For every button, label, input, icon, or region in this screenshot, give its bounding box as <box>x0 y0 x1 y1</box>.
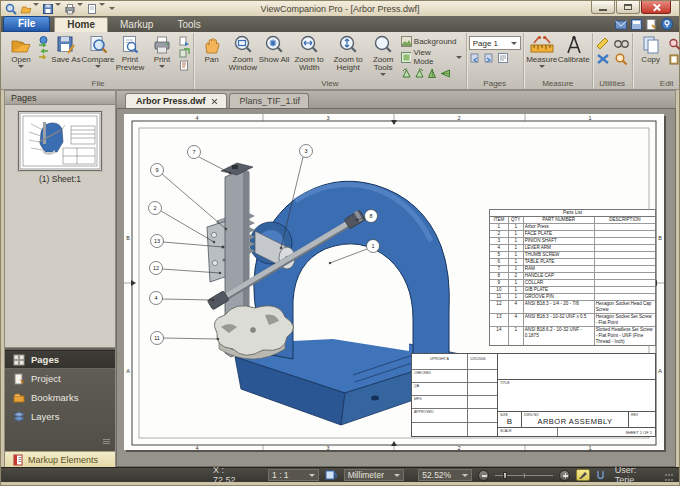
window-layout-icon[interactable] <box>631 19 642 30</box>
previous-file-icon[interactable] <box>38 36 49 47</box>
save-as-button[interactable]: Save As <box>50 34 82 64</box>
snap-icon[interactable] <box>596 470 605 480</box>
sidebar: Pages <box>4 90 116 467</box>
resize-grip[interactable] <box>665 474 673 482</box>
find-tool-icon[interactable] <box>614 38 629 50</box>
rotate-left-icon[interactable] <box>401 68 412 79</box>
parts-list-row: 111GROOVE PIN <box>490 294 655 301</box>
markup-pen-button[interactable] <box>576 469 590 481</box>
drawing-canvas[interactable]: 4321 4321 BA BA <box>116 108 676 467</box>
convert-file-icon[interactable] <box>179 36 190 47</box>
parts-list-cell <box>595 294 655 301</box>
sidebar-item-bookmarks[interactable]: Bookmarks <box>5 388 115 407</box>
sidebar-item-layers[interactable]: Layers <box>5 407 115 426</box>
magnifier-tool-icon[interactable] <box>614 53 629 65</box>
tab-home[interactable]: Home <box>54 17 108 32</box>
qat-customize-button[interactable] <box>109 7 115 10</box>
zoom-slider-thumb[interactable] <box>503 472 507 479</box>
zoom-out-button[interactable] <box>478 470 489 481</box>
title-bar[interactable]: ViewCompanion Pro - [Arbor Press.dwf] <box>1 1 679 16</box>
sidebar-item-label: Layers <box>31 411 60 422</box>
next-file-icon[interactable] <box>38 48 49 59</box>
parts-list-cell: 9 <box>490 280 509 287</box>
doc-tab-plans-tif[interactable]: Plans_TIF_1.tif <box>229 93 310 108</box>
parts-list-cell: PINION SHAFT <box>524 238 595 245</box>
pages-group-label: Pages <box>469 79 521 89</box>
status-bar: X : 72.52 1 : 1 Millimeter 52.52% User: … <box>1 467 679 482</box>
zoom-to-width-button[interactable]: Zoom to Width <box>290 34 329 72</box>
calibrate-button[interactable]: Calibrate <box>558 34 590 64</box>
balloon: 4 <box>150 292 214 305</box>
pan-button[interactable]: Pan <box>196 34 227 64</box>
paste-icon[interactable] <box>668 53 680 65</box>
maximize-button[interactable] <box>616 1 640 14</box>
tab-file[interactable]: File <box>3 16 50 32</box>
panel-collapse-handle[interactable] <box>101 435 111 447</box>
view-group-label: View <box>196 79 464 89</box>
select-zoom-icon[interactable] <box>668 38 680 50</box>
preview-quick-button[interactable] <box>86 3 105 15</box>
sheet-value: SHEET 1 OF 1 <box>558 428 655 436</box>
flip-horizontal-icon[interactable] <box>427 68 438 79</box>
show-all-button[interactable]: Show All <box>258 34 289 64</box>
measure-button[interactable]: Measure <box>526 34 558 68</box>
page-thumbnail[interactable] <box>18 111 102 171</box>
next-page-icon[interactable] <box>483 52 495 64</box>
doc-tab-close-icon[interactable] <box>211 98 218 105</box>
send-mail-icon[interactable] <box>615 19 627 30</box>
view-mode-dropdown[interactable]: View Mode <box>401 48 462 66</box>
app-icon[interactable] <box>5 3 17 15</box>
close-button[interactable] <box>641 1 671 14</box>
open-button[interactable]: Open <box>5 34 37 68</box>
print-button[interactable]: Print <box>146 34 178 68</box>
markup-elements-tab[interactable]: Markup Elements <box>5 451 115 467</box>
page-select-dropdown[interactable]: Page 1 <box>469 36 521 50</box>
parts-list-cell: 1 <box>490 224 509 231</box>
export-file-icon[interactable] <box>179 48 190 59</box>
scale-dropdown[interactable]: 1 : 1 <box>268 469 319 481</box>
flip-vertical-icon[interactable] <box>440 68 451 79</box>
previous-page-icon[interactable] <box>469 52 481 64</box>
tab-tools[interactable]: Tools <box>165 18 212 32</box>
orientation-icon[interactable] <box>325 469 338 481</box>
print-preview-button[interactable]: Print Preview <box>114 34 146 72</box>
zoom-in-button[interactable] <box>559 470 570 481</box>
save-quick-button[interactable] <box>42 3 61 15</box>
ribbon: Open Save As Compare Print Preview <box>1 32 679 90</box>
options-icon[interactable] <box>646 19 657 30</box>
svg-text:A: A <box>658 368 662 374</box>
doc-tab-arbor-press[interactable]: Arbor Press.dwf <box>125 93 227 108</box>
zoom-slider[interactable] <box>495 470 554 481</box>
parts-list-cell: 13 <box>490 314 509 327</box>
symbols-tool-icon[interactable] <box>596 53 610 65</box>
zoom-dropdown[interactable]: 52.52% <box>418 469 472 481</box>
zoom-to-height-button[interactable]: Zoom to Height <box>329 34 368 72</box>
sidebar-item-pages[interactable]: Pages <box>5 350 115 369</box>
units-dropdown[interactable]: Millimeter <box>344 469 405 481</box>
svg-text:1: 1 <box>371 243 374 249</box>
sidebar-item-project[interactable]: Project <box>5 369 115 388</box>
parts-list-cell: RAM <box>524 266 595 273</box>
page-setup-icon[interactable] <box>497 52 509 64</box>
tab-markup[interactable]: Markup <box>108 18 165 32</box>
zoom-tools-button[interactable]: Zoom Tools <box>368 34 399 76</box>
print-quick-button[interactable] <box>64 3 83 15</box>
print-preview-icon <box>120 35 140 55</box>
stamp-tool-icon[interactable] <box>596 38 610 50</box>
minimize-button[interactable] <box>591 1 615 14</box>
open-quick-button[interactable] <box>20 3 39 15</box>
copy-button[interactable]: Copy <box>635 34 667 64</box>
drawing-sheet[interactable]: 4321 4321 BA BA <box>124 114 664 450</box>
file-properties-icon[interactable] <box>179 60 190 71</box>
parts-list-cell: GROOVE PIN <box>524 294 595 301</box>
thumbnail-caption: (1) Sheet:1 <box>39 174 81 184</box>
parts-list-cell: 1 <box>509 287 524 294</box>
parts-list-cell <box>595 252 655 259</box>
background-icon <box>401 36 412 47</box>
parts-list-row: 101GIB PLATE <box>490 287 655 294</box>
help-icon[interactable] <box>661 18 673 30</box>
background-toggle[interactable]: Background <box>401 36 462 47</box>
zoom-window-button[interactable]: Zoom Window <box>227 34 258 72</box>
compare-button[interactable]: Compare <box>82 34 114 68</box>
rotate-right-icon[interactable] <box>414 68 425 79</box>
